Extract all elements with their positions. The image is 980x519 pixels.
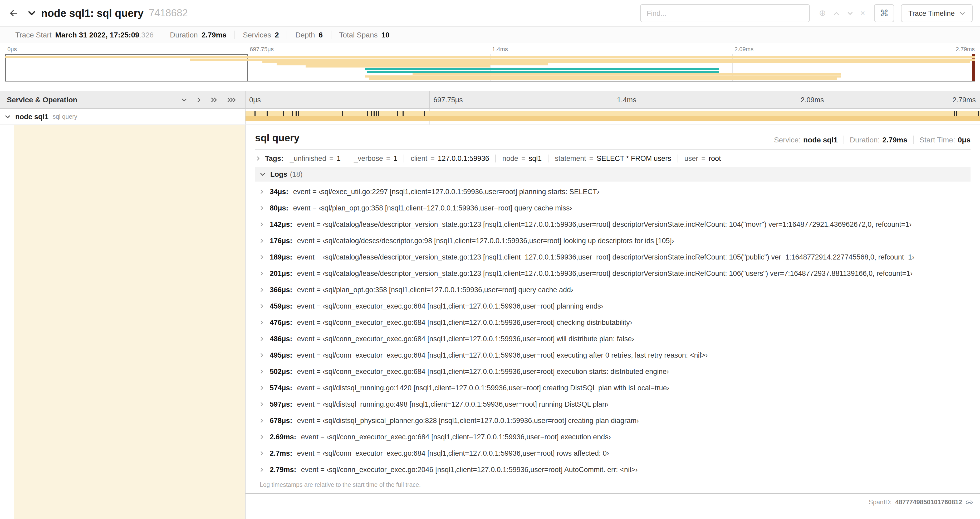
log-message: event = ‹sql/catalog/descs/descriptor.go…: [297, 237, 674, 245]
log-marker: [292, 111, 293, 116]
log-timestamp: 176μs:: [270, 237, 293, 245]
log-entry[interactable]: 502μs:event = ‹sql/conn_executor_exec.go…: [255, 363, 970, 380]
log-timestamp: 2.7ms:: [270, 449, 293, 457]
find-prev-icon[interactable]: [833, 10, 840, 17]
log-entry[interactable]: 495μs:event = ‹sql/conn_executor_exec.go…: [255, 347, 970, 363]
log-entry[interactable]: 189μs:event = ‹sql/catalog/lease/descrip…: [255, 249, 970, 265]
find-zoom-icon[interactable]: ⊕: [819, 9, 826, 18]
time-tick-label: 0μs: [5, 46, 17, 52]
minimap-span-bar: [367, 70, 719, 72]
chevron-right-icon: [256, 156, 260, 161]
chevron-right-icon: [260, 401, 264, 407]
log-message: event = ‹sql/distsql_physical_planner.go…: [297, 417, 639, 425]
log-message: event = ‹sql/plan_opt.go:358 [nsql1,clie…: [297, 286, 574, 294]
tag-item: _unfinished=1: [290, 155, 347, 163]
log-entry[interactable]: 366μs:event = ‹sql/plan_opt.go:358 [nsql…: [255, 282, 970, 298]
log-marker: [254, 111, 255, 116]
span-row[interactable]: node sql1 sql query: [0, 109, 980, 125]
log-marker: [296, 111, 297, 116]
span-detail-meta: Service:node sql1 Duration:2.79ms Start …: [768, 136, 970, 144]
log-entry[interactable]: 459μs:event = ‹sql/conn_executor_exec.go…: [255, 298, 970, 315]
log-entry[interactable]: 142μs:event = ‹sql/catalog/lease/descrip…: [255, 216, 970, 233]
logs-header[interactable]: Logs (18): [255, 167, 970, 181]
log-marker: [954, 111, 955, 116]
chevron-right-icon: [260, 418, 264, 423]
time-tick-label: 2.09ms: [732, 46, 753, 52]
span-bar-cell[interactable]: [245, 109, 980, 125]
log-marker: [376, 111, 377, 116]
tag-item: user=root: [678, 155, 727, 163]
log-timestamp: 486μs:: [270, 335, 293, 343]
log-entry[interactable]: 476μs:event = ‹sql/conn_executor_exec.go…: [255, 315, 970, 331]
log-entry[interactable]: 486μs:event = ‹sql/conn_executor_exec.go…: [255, 331, 970, 347]
keyboard-shortcuts-button[interactable]: ⌘: [874, 4, 894, 22]
find-input[interactable]: [640, 4, 810, 22]
log-message: event = ‹sql/conn_executor_exec.go:684 […: [297, 351, 708, 359]
minimap-span-bar: [365, 68, 719, 70]
service-operation-header: Service & Operation: [0, 91, 245, 108]
log-entry[interactable]: 2.69ms:event = ‹sql/conn_executor_exec.g…: [255, 429, 970, 445]
log-entry[interactable]: 34μs:event = ‹sql/exec_util.go:2297 [nsq…: [255, 184, 970, 200]
trace-summary-item: Total Spans10: [331, 30, 398, 39]
chevron-right-icon: [260, 385, 264, 391]
log-timestamp: 476μs:: [270, 319, 293, 326]
find-next-icon[interactable]: [846, 10, 853, 17]
log-entry[interactable]: 201μs:event = ‹sql/catalog/lease/descrip…: [255, 265, 970, 282]
log-entry[interactable]: 678μs:event = ‹sql/distsql_physical_plan…: [255, 412, 970, 429]
clear-find-icon[interactable]: ×: [860, 9, 865, 18]
log-timestamp: 574μs:: [270, 384, 293, 392]
log-message: event = ‹sql/conn_executor_exec.go:684 […: [297, 449, 609, 457]
tags-row[interactable]: Tags: _unfinished=1_verbose=1client=127.…: [255, 150, 970, 167]
expand-all-icon[interactable]: [227, 96, 237, 103]
log-timestamp: 459μs:: [270, 302, 293, 310]
time-tick-label: 2.79ms: [956, 46, 975, 52]
log-entry[interactable]: 80μs:event = ‹sql/plan_opt.go:358 [nsql1…: [255, 200, 970, 216]
span-row-name-cell[interactable]: node sql1 sql query: [0, 109, 245, 125]
minimap-span-bar: [412, 73, 841, 75]
log-entry[interactable]: 176μs:event = ‹sql/catalog/descs/descrip…: [255, 233, 970, 249]
log-entry[interactable]: 2.79ms:event = ‹sql/conn_executor_exec.g…: [255, 462, 970, 478]
time-tick-label: 1.4ms: [490, 46, 508, 52]
log-message: event = ‹sql/catalog/lease/descriptor_ve…: [297, 270, 913, 278]
collapse-one-icon[interactable]: [181, 96, 188, 103]
minimap-span-bar: [5, 56, 975, 58]
link-icon[interactable]: [966, 499, 973, 506]
chevron-right-icon: [260, 303, 264, 309]
span-detail-panel: sql query Service:node sql1 Duration:2.7…: [245, 125, 980, 519]
collapse-trace-header-icon[interactable]: [27, 9, 36, 18]
trace-summary-item: Trace StartMarch 31 2022, 17:25:09.326: [7, 30, 162, 39]
log-message: event = ‹sql/catalog/lease/descriptor_ve…: [297, 220, 912, 228]
log-entry[interactable]: 574μs:event = ‹sql/distsql_running.go:14…: [255, 380, 970, 396]
span-bar[interactable]: [245, 111, 980, 116]
log-timestamp: 142μs:: [270, 220, 293, 228]
minimap-time-axis: 0μs697.75μs1.4ms2.09ms2.79ms: [5, 46, 975, 54]
time-tick-label: 697.75μs: [248, 46, 274, 52]
logs-count: (18): [290, 170, 303, 178]
service-operation-title: Service & Operation: [7, 96, 78, 104]
log-marker: [956, 111, 958, 116]
log-entry[interactable]: 2.7ms:event = ‹sql/conn_executor_exec.go…: [255, 445, 970, 462]
chevron-right-icon: [260, 205, 264, 211]
tag-item: node=sql1: [496, 155, 548, 163]
expand-one-icon[interactable]: [196, 96, 202, 103]
chevron-right-icon: [260, 369, 264, 374]
span-operation-name: sql query: [52, 113, 77, 120]
log-timestamp: 189μs:: [270, 253, 293, 261]
span-indent-guide: [14, 125, 245, 519]
log-marker: [424, 111, 425, 116]
minimap-canvas[interactable]: [5, 54, 975, 82]
view-options-label: Trace Timeline: [908, 9, 955, 17]
log-entry[interactable]: 597μs:event = ‹sql/distsql_running.go:49…: [255, 396, 970, 412]
collapse-all-icon[interactable]: [210, 96, 219, 103]
trace-title: node sql1: sql query: [41, 7, 143, 19]
chevron-down-icon[interactable]: [5, 114, 11, 119]
chevron-right-icon: [260, 238, 264, 244]
duration-label: Duration:: [850, 136, 880, 144]
log-marker: [373, 111, 374, 116]
log-marker: [378, 111, 379, 116]
log-marker: [978, 111, 979, 116]
view-options-button[interactable]: Trace Timeline: [901, 4, 973, 22]
minimap-span-bar: [262, 61, 970, 63]
log-timestamp: 597μs:: [270, 400, 293, 408]
back-button[interactable]: [0, 0, 27, 26]
